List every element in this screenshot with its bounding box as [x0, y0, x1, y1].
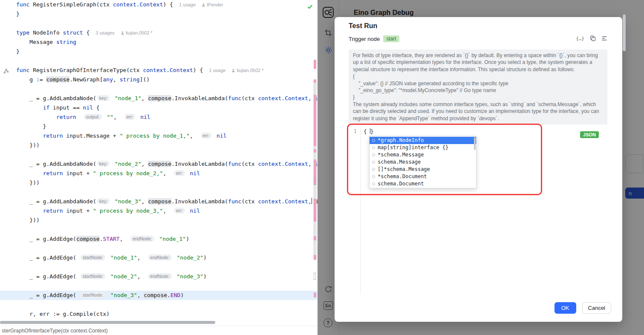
autocomplete-item[interactable]: []*schema.Message [370, 166, 476, 173]
code-line[interactable]: return input.Message + " process by node… [0, 131, 318, 141]
code-line[interactable]: })) [0, 216, 318, 225]
autocomplete-scrollbar[interactable] [474, 137, 476, 150]
code-line[interactable] [0, 188, 318, 197]
horizontal-scrollbar[interactable] [0, 320, 318, 325]
overlay-scrollbar-thumb[interactable] [623, 14, 626, 51]
code-token: r, err := g.Compile(ctx) [16, 311, 110, 317]
copy-icon[interactable] [590, 35, 596, 41]
code-token: , [113, 76, 120, 83]
code-editor-pane[interactable]: func RegisterSimpleGraph(ctx context.Con… [0, 0, 318, 335]
code-line[interactable]: g := compose.NewGraph[any, string]() [0, 75, 318, 84]
autocomplete-item[interactable]: map[string]interface {} [370, 144, 476, 151]
code-line[interactable]: })) [0, 141, 318, 150]
code-token: compose [144, 292, 167, 298]
code-token: key: [97, 198, 110, 204]
code-token: , [163, 170, 173, 176]
editor-code-line[interactable]: { } [364, 128, 374, 135]
code-token: , [142, 161, 148, 167]
code-token [156, 236, 159, 242]
code-line[interactable]: _ = g.AddLambdaNode(key: "node_3", compo… [0, 197, 318, 206]
code-token: .InvokableLambda( [171, 161, 228, 167]
code-token: return [43, 170, 63, 176]
code-line[interactable]: _ = g.AddEdge(compose.START, endNode: "n… [0, 234, 318, 244]
autocomplete-item[interactable]: *graph.NodeInfo [370, 137, 476, 144]
code-token: string [120, 76, 140, 83]
autocomplete-item[interactable]: *schema.Message [370, 151, 476, 159]
code-token: nil [190, 208, 199, 214]
horizontal-scrollbar-thumb[interactable] [0, 321, 215, 324]
ok-button[interactable]: OK [554, 302, 576, 314]
code-token: "node_1" [110, 254, 137, 261]
code-line[interactable]: if input == nil { [0, 103, 318, 113]
code-line[interactable] [0, 56, 318, 66]
code-token: output: [84, 114, 102, 120]
code-token: struct [63, 29, 83, 36]
code-line[interactable]: func RegisterSimpleGraph(ctx context.Con… [0, 0, 318, 9]
code-line[interactable]: func RegisterGraphOfInterfaceType(ctx co… [0, 66, 318, 75]
code-line[interactable]: } [0, 47, 318, 56]
code-token: compose [46, 76, 69, 83]
code-token: , [308, 198, 312, 205]
code-line[interactable]: type NodeInfo struct {3 usagesliujian.05… [0, 28, 318, 38]
code-line[interactable]: })) [0, 178, 318, 188]
code-line[interactable]: r, err := g.Compile(ctx) [0, 309, 318, 319]
autocomplete-item[interactable]: schema.Message [370, 159, 476, 166]
code-line[interactable] [0, 263, 318, 272]
test-run-modal: Test Run Trigger node start {…} [335, 17, 622, 322]
code-line[interactable] [0, 150, 318, 159]
code-token: . [167, 292, 170, 298]
code-token: err: [201, 133, 212, 139]
code-line[interactable]: _ = g.AddEdge( startNode: "node_3", comp… [0, 291, 318, 300]
code-line[interactable]: _ = g.AddLambdaNode(key: "node_1", compo… [0, 94, 318, 103]
code-line[interactable] [0, 300, 318, 309]
autocomplete-item[interactable]: *schema.Document [370, 173, 476, 180]
code-line[interactable] [0, 244, 318, 253]
code-line[interactable] [0, 281, 318, 291]
json-view-icon[interactable]: {…} [576, 36, 584, 41]
code-token: RegisterSimpleGraph(ctx [29, 1, 113, 8]
code-token: startNode: [81, 254, 105, 260]
code-line[interactable]: Message string [0, 38, 318, 47]
info-box: For fields of type interface, they are r… [349, 49, 607, 124]
json-editor[interactable]: 1 { } JSON *graph.NodeInfomap[string]int… [349, 126, 608, 294]
code-line[interactable]: _ = g.AddEdge( startNode: "node_2", endN… [0, 272, 318, 281]
code-line[interactable]: _ = g.AddEdge( startNode: "node_1", endN… [0, 253, 318, 263]
editor-scrollbar[interactable] [312, 0, 318, 319]
code-line[interactable]: return output: "", err: nil [0, 113, 318, 122]
json-language-badge: JSON [580, 131, 599, 138]
code-token: "node_1" [159, 236, 186, 242]
close-brace: } [370, 128, 374, 135]
modal-footer: OK Cancel [554, 302, 611, 314]
modal-title: Test Run [349, 22, 377, 30]
trigger-node-label: Trigger node [349, 36, 380, 42]
format-icon[interactable] [601, 35, 607, 41]
code-line[interactable]: _ = g.AddLambdaNode(key: "node_2", compo… [0, 159, 318, 169]
code-token: , [113, 114, 123, 120]
code-token: any [103, 76, 113, 83]
code-line[interactable]: return input + " process by node_3,", er… [0, 206, 318, 216]
code-token: .NewGraph[ [69, 76, 103, 83]
code-token: _ = g.AddLambdaNode( [16, 161, 96, 167]
code-token: , [137, 292, 144, 298]
author-icon [231, 69, 235, 72]
code-line[interactable] [0, 84, 318, 94]
code-line[interactable] [0, 225, 318, 234]
code-token [107, 254, 110, 261]
code-line[interactable]: } [0, 122, 318, 131]
code-token: , [120, 236, 130, 242]
code-token [16, 208, 43, 214]
cancel-button[interactable]: Cancel [582, 302, 611, 314]
code-token: NodeInfo [29, 29, 63, 36]
open-brace: { [364, 128, 370, 135]
code-token [104, 114, 107, 120]
breadcrumb[interactable]: sterGraphOfInterfaceType(ctx context.Con… [0, 326, 318, 335]
completion-text: map[string]interface {} [378, 144, 448, 151]
line-number: 1 [354, 128, 357, 134]
code-line[interactable]: return input + " process by node_2,", er… [0, 169, 318, 178]
gutter-graph-icon[interactable] [3, 68, 9, 74]
autocomplete-item[interactable]: schema.Document [370, 180, 476, 188]
code-token: } [16, 11, 20, 17]
code-token: return [43, 208, 63, 214]
code-line[interactable]: } [0, 9, 318, 19]
code-line[interactable] [0, 19, 318, 28]
